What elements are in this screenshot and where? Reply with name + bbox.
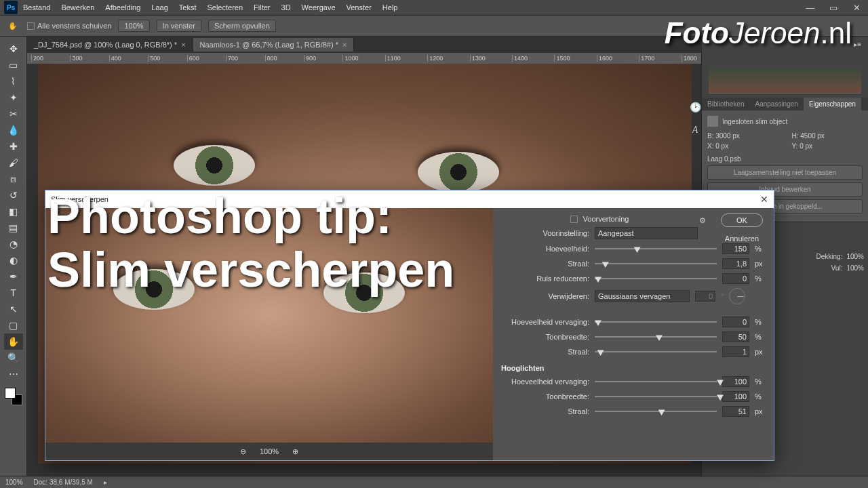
opacity-value[interactable]: 100% [846,253,864,260]
layer-comp-button[interactable]: Laagsamenstelling niet toepassen [707,165,863,180]
eye-right [418,152,499,192]
hand-tool-icon[interactable]: ✋ [4,333,23,350]
zoom-100-button[interactable]: 100% [118,20,149,32]
preview-zoom-bar: ⊖ 100% ⊕ [45,443,493,460]
eye-left [174,145,255,186]
highlights-header: Hooglichten [501,364,766,372]
ok-button[interactable]: OK [721,214,763,227]
preview-label: Voorvertoning [583,215,629,223]
move-tool-icon[interactable]: ✥ [4,41,23,57]
layer-file-label: Laag 0.psb [707,155,863,163]
menu-item[interactable]: Bestand [23,3,50,12]
ps-logo: Ps [4,1,18,14]
radius-slider[interactable] [595,259,717,268]
menu-item[interactable]: Help [382,3,398,12]
shadow-tonal-slider[interactable] [595,332,717,342]
cancel-button[interactable]: Annuleren [718,232,766,245]
preview-image[interactable] [45,208,493,443]
eraser-tool-icon[interactable]: ◧ [4,203,23,220]
tab-close-icon[interactable]: × [181,41,185,49]
status-zoom[interactable]: 100% [5,479,23,486]
tab-aanpassingen[interactable]: Aanpassingen [749,98,803,110]
preview-checkbox[interactable] [570,216,578,223]
fill-screen-button[interactable]: Scherm opvullen [208,20,276,32]
menu-item[interactable]: Bewerken [61,3,94,12]
document-tab[interactable]: _DJ_7584.psd @ 100% (Laag 0, RGB/8*) *× [27,38,193,52]
shape-tool-icon[interactable]: ▢ [4,317,23,333]
menu-item[interactable]: 3D [281,3,291,12]
remove-dropdown[interactable]: Gaussiaans vervagen [595,290,690,302]
ruler-horizontal: 200300400 500600700 8009001000 110012001… [27,53,701,64]
menu-item[interactable]: Filter [254,3,270,12]
amount-slider[interactable] [595,244,717,253]
status-doc: Doc: 38,6 M/39,5 M [34,479,93,486]
hand-tool-indicator[interactable]: ✋ [5,18,20,33]
preset-dropdown[interactable]: Aangepast [595,227,698,239]
quick-select-tool-icon[interactable]: ✦ [4,89,23,106]
stamp-tool-icon[interactable]: ⧈ [4,171,23,187]
character-panel-icon[interactable]: A [692,125,698,136]
highlight-radius-slider[interactable] [595,407,717,416]
history-panel-icon[interactable]: 🕑 [690,102,701,113]
histogram-menu-icon[interactable]: ▸≡ [854,41,861,48]
histogram-graph [709,53,861,94]
menu-item[interactable]: Weergave [302,3,336,12]
zoom-level: 100% [260,447,279,455]
toolbox: ✥ ▭ ⌇ ✦ ✂ 💧 ✚ 🖌 ⧈ ↺ ◧ ▤ ◔ ◐ ✒ T ↖ ▢ ✋ 🔍 … [0,37,27,476]
scroll-all-checkbox[interactable]: Alle vensters schuiven [27,22,111,30]
document-tab[interactable]: Naamloos-1 @ 66,7% (Laag 1, RGB/8#) *× [193,38,355,52]
tab-eigenschappen[interactable]: Eigenschappen [804,98,861,110]
history-brush-tool-icon[interactable]: ↺ [4,187,23,203]
angle-control[interactable] [729,288,745,304]
menu-item[interactable]: Venster [347,3,372,12]
marquee-tool-icon[interactable]: ▭ [4,57,23,73]
gradient-tool-icon[interactable]: ▤ [4,220,23,236]
type-tool-icon[interactable]: T [4,285,23,301]
noise-slider[interactable] [595,274,717,283]
menu-item[interactable]: Tekst [179,3,197,12]
edit-toolbar-icon[interactable]: ⋯ [4,366,23,382]
menu-item[interactable]: Selecteren [207,3,243,12]
fill-value[interactable]: 100% [846,264,864,272]
radius-value[interactable]: 1,8 [722,258,749,269]
dialog-close-icon[interactable]: ✕ [760,194,768,205]
window-controls: — ▭ ✕ [799,0,868,15]
width-value: B: 3000 px [707,132,778,140]
highlight-tonal-slider[interactable] [595,392,717,401]
blur-tool-icon[interactable]: ◔ [4,236,23,252]
minimize-icon[interactable]: — [799,0,822,15]
maximize-icon[interactable]: ▭ [822,0,845,15]
menubar: Ps Bestand Bewerken Afbeelding Laag Teks… [0,0,868,15]
smart-sharpen-dialog: Slim verscherpen ✕ ⊖ 100% ⊕ ⚙ OK Annuler… [45,190,774,461]
crop-tool-icon[interactable]: ✂ [4,106,23,122]
eyedropper-tool-icon[interactable]: 💧 [4,122,23,138]
zoom-out-icon[interactable]: ⊖ [240,447,246,456]
dialog-title: Slim verscherpen [51,195,108,203]
healing-tool-icon[interactable]: ✚ [4,138,23,155]
path-select-tool-icon[interactable]: ↖ [4,301,23,317]
collapsed-panel-strip: 🕑 A [689,102,701,136]
preset-label: Voorinstelling: [501,229,589,237]
dodge-tool-icon[interactable]: ◐ [4,252,23,268]
tab-close-icon[interactable]: × [342,41,347,49]
close-icon[interactable]: ✕ [845,0,868,15]
lasso-tool-icon[interactable]: ⌇ [4,73,23,89]
noise-value[interactable]: 0 [722,273,749,284]
gear-icon[interactable]: ⚙ [699,216,706,225]
tab-bibliotheken[interactable]: Bibliotheken [702,98,749,110]
menu-item[interactable]: Laag [151,3,167,12]
pen-tool-icon[interactable]: ✒ [4,268,23,285]
shadow-fade-slider[interactable] [595,317,717,327]
zoom-tool-icon[interactable]: 🔍 [4,350,23,366]
amount-value[interactable]: 150 [722,243,749,254]
y-value: Y: 0 px [792,142,863,150]
shadow-radius-slider[interactable] [595,347,717,357]
smart-object-icon [707,116,718,127]
brush-tool-icon[interactable]: 🖌 [4,155,23,171]
menu-item[interactable]: Afbeelding [105,3,140,12]
dialog-titlebar: Slim verscherpen ✕ [45,190,774,208]
zoom-in-icon[interactable]: ⊕ [292,447,298,456]
fit-window-button[interactable]: In venster [157,20,201,32]
highlight-fade-slider[interactable] [595,377,717,386]
color-swatch[interactable] [5,388,22,405]
